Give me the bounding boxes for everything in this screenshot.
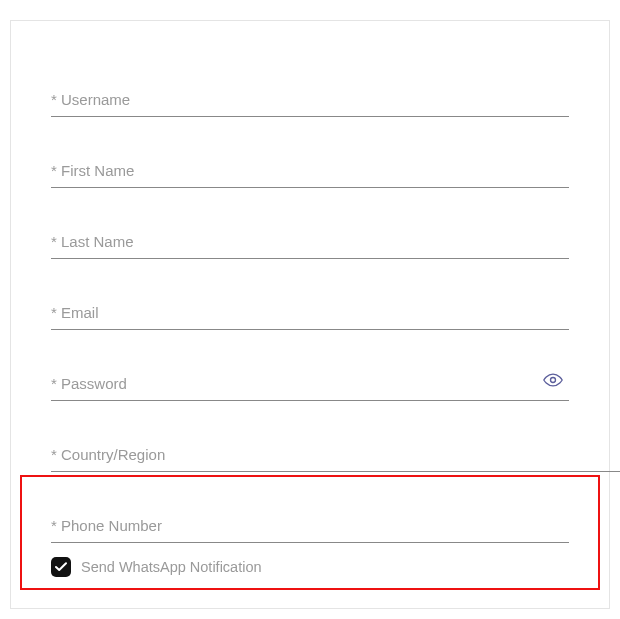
country-region-select[interactable]: * Country/Region: [51, 440, 620, 472]
phone-number-input[interactable]: [51, 511, 569, 543]
whatsapp-notification-label: Send WhatsApp Notification: [81, 559, 262, 575]
eye-icon[interactable]: [543, 373, 563, 391]
registration-form-panel: * Country/Region Send WhatsApp Notificat…: [10, 20, 610, 609]
password-input[interactable]: [51, 369, 569, 401]
check-icon: [55, 562, 67, 572]
first-name-input[interactable]: [51, 156, 569, 188]
email-input[interactable]: [51, 298, 569, 330]
last-name-input[interactable]: [51, 227, 569, 259]
whatsapp-notification-checkbox[interactable]: [51, 557, 71, 577]
username-input[interactable]: [51, 85, 569, 117]
svg-point-0: [551, 378, 556, 383]
